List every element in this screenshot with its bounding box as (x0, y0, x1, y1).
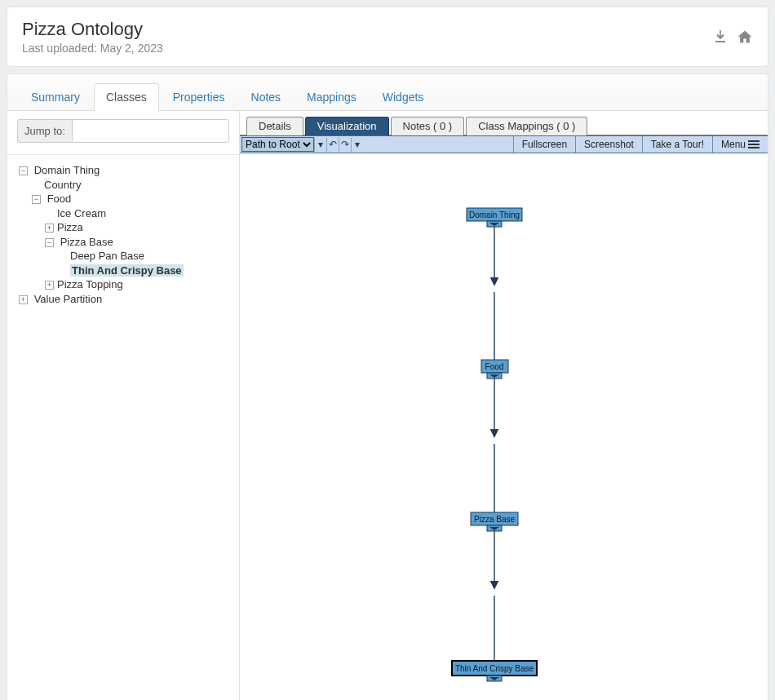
viz-tab-visualization[interactable]: Visualization (305, 117, 389, 135)
svg-text:Thin And Crispy Base: Thin And Crispy Base (455, 664, 534, 673)
tree-collapse-icon[interactable]: − (45, 238, 54, 247)
tree-node-value-partition[interactable]: Value Partition (34, 293, 103, 305)
jump-to-label: Jump to: (17, 119, 72, 143)
svg-text:Pizza Base: Pizza Base (474, 515, 515, 524)
undo-icon[interactable]: ↶ (326, 138, 339, 152)
svg-text:Domain Thing: Domain Thing (469, 210, 520, 219)
tab-summary[interactable]: Summary (19, 83, 92, 111)
detail-tabs: Details Visualization Notes ( 0 ) Class … (240, 111, 768, 135)
graph-node-thin-and-crispy-base[interactable]: Thin And Crispy Base (452, 661, 537, 681)
viz-toolbar: Path to Root ▾ ↶ ↷ ▾ Fullscreen Screensh… (240, 135, 768, 153)
viz-tab-notes[interactable]: Notes ( 0 ) (391, 117, 465, 135)
fullscreen-button[interactable]: Fullscreen (513, 136, 575, 153)
tree-node-country[interactable]: Country (44, 179, 82, 191)
tree-node-ice-cream[interactable]: Ice Cream (57, 207, 106, 219)
home-icon[interactable] (737, 29, 753, 47)
tree-node-pizza-topping[interactable]: Pizza Topping (57, 278, 123, 290)
jump-to-input[interactable] (72, 119, 229, 143)
tree-node-pizza[interactable]: Pizza (57, 221, 83, 233)
tree-node-food[interactable]: Food (47, 193, 72, 205)
hamburger-icon (748, 140, 760, 148)
tree-node-deep-pan-base[interactable]: Deep Pan Base (70, 250, 144, 262)
graph-node-food[interactable]: Food (481, 360, 508, 379)
page-title: Pizza Ontology (22, 19, 163, 40)
dropdown-icon[interactable]: ▾ (314, 138, 326, 152)
content-card: Summary Classes Properties Notes Mapping… (7, 73, 768, 700)
screenshot-button[interactable]: Screenshot (575, 136, 642, 153)
visualization-panel: Details Visualization Notes ( 0 ) Class … (240, 111, 768, 700)
tree-node-domain-thing[interactable]: Domain Thing (34, 164, 100, 176)
tree-expand-icon[interactable]: + (19, 295, 28, 304)
graph-canvas[interactable]: Domain Thing Food (240, 153, 768, 700)
tab-notes[interactable]: Notes (239, 83, 294, 111)
tree-collapse-icon[interactable]: − (32, 195, 41, 204)
tree-node-thin-and-crispy-base[interactable]: Thin And Crispy Base (70, 264, 184, 277)
tab-mappings[interactable]: Mappings (294, 83, 369, 111)
tab-classes[interactable]: Classes (94, 83, 159, 111)
class-tree: − Domain Thing Country − Food Ice Cream … (7, 155, 239, 314)
download-icon[interactable] (712, 29, 728, 47)
class-tree-panel: Jump to: − Domain Thing Country − (7, 111, 240, 700)
graph-node-domain-thing[interactable]: Domain Thing (467, 208, 522, 227)
take-tour-button[interactable]: Take a Tour! (642, 136, 712, 153)
tree-expand-icon[interactable]: + (45, 281, 54, 290)
dropdown-icon[interactable]: ▾ (351, 138, 363, 152)
header-card: Pizza Ontology Last uploaded: May 2, 202… (7, 7, 768, 67)
page-subtitle: Last uploaded: May 2, 2023 (22, 42, 163, 55)
tab-properties[interactable]: Properties (161, 83, 237, 111)
viz-tab-details[interactable]: Details (246, 117, 303, 135)
menu-label: Menu (721, 139, 746, 150)
tab-widgets[interactable]: Widgets (370, 83, 436, 111)
menu-button[interactable]: Menu (712, 136, 768, 153)
main-tabs: Summary Classes Properties Notes Mapping… (7, 74, 768, 111)
graph-node-pizza-base[interactable]: Pizza Base (471, 512, 518, 531)
tree-node-pizza-base[interactable]: Pizza Base (60, 236, 113, 248)
viz-tab-class-mappings[interactable]: Class Mappings ( 0 ) (466, 117, 587, 135)
tree-expand-icon[interactable]: + (45, 224, 54, 233)
tree-collapse-icon[interactable]: − (19, 166, 28, 175)
viz-mode-select[interactable]: Path to Root (241, 137, 314, 152)
redo-icon[interactable]: ↷ (339, 138, 351, 152)
svg-text:Food: Food (485, 362, 504, 371)
